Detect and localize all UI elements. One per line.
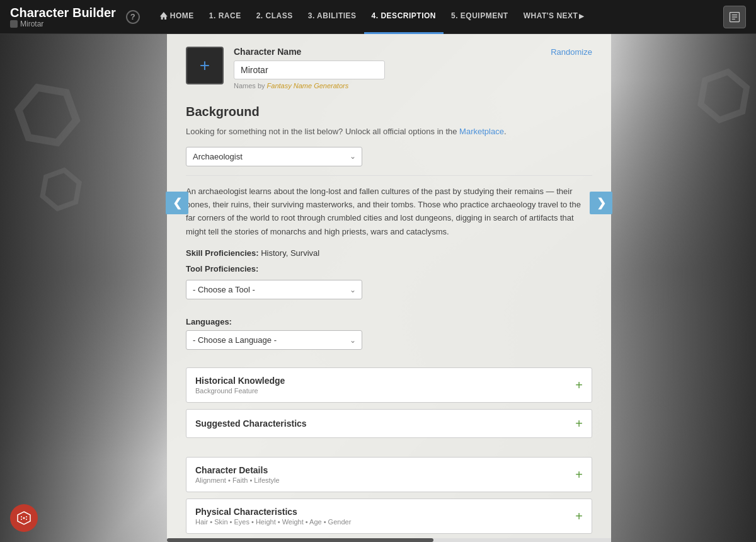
suggested-characteristics-section: Suggested Characteristics + xyxy=(186,409,592,438)
spacer xyxy=(186,444,592,457)
historical-knowledge-expand-icon[interactable]: + xyxy=(575,379,583,391)
historical-knowledge-header[interactable]: Historical Knowledge Background Feature … xyxy=(186,368,592,402)
dice-decoration-left: ⬡ xyxy=(0,63,92,168)
navbar-brand: Character Builder Mirotar xyxy=(10,6,116,28)
character-name-form: Character Name Randomize Names by Fantas… xyxy=(234,47,592,89)
skill-proficiencies-label: Skill Proficiencies: xyxy=(186,248,259,258)
nav-whats-next[interactable]: WHAT'S NEXT ▶ xyxy=(516,0,592,34)
svg-point-5 xyxy=(23,517,25,519)
historical-knowledge-subtitle: Background Feature xyxy=(195,387,285,395)
nav-equipment[interactable]: 5. EQUIPMENT xyxy=(444,0,516,34)
randomize-button[interactable]: Randomize xyxy=(551,47,592,57)
language-select-wrapper: - Choose a Language - Dwarvish Elvish Gi… xyxy=(186,330,362,350)
nav-race[interactable]: 1. RACE xyxy=(202,0,249,34)
prev-nav-arrow[interactable]: ❮ xyxy=(166,192,188,214)
skill-proficiencies-value: History, Survival xyxy=(261,248,319,258)
dice-badge-icon xyxy=(16,510,32,526)
notes-icon-button[interactable] xyxy=(723,6,746,28)
suggested-characteristics-header[interactable]: Suggested Characteristics + xyxy=(186,410,592,437)
character-details-expand-icon[interactable]: + xyxy=(575,468,583,481)
side-left: ⬡ ⬡ xyxy=(0,34,167,542)
character-subtitle: Mirotar xyxy=(10,20,116,28)
scroll-indicator-bar xyxy=(167,538,433,542)
languages-label: Languages: xyxy=(186,317,592,326)
historical-knowledge-section: Historical Knowledge Background Feature … xyxy=(186,367,592,403)
character-details-header[interactable]: Character Details Alignment • Faith • Li… xyxy=(186,458,592,492)
character-details-title: Character Details xyxy=(195,465,280,475)
names-by-attribution: Names by Fantasy Name Generators xyxy=(234,82,592,89)
character-details-subtitle: Alignment • Faith • Lifestyle xyxy=(195,476,280,484)
character-avatar[interactable]: + xyxy=(186,47,224,84)
language-select-section: - Choose a Language - Dwarvish Elvish Gi… xyxy=(186,330,592,359)
tool-select-wrapper: - Choose a Tool - Cartographer's Tools N… xyxy=(186,280,362,299)
language-select[interactable]: - Choose a Language - Dwarvish Elvish Gi… xyxy=(186,330,362,350)
tool-proficiencies-row: Tool Proficiencies: xyxy=(186,264,592,274)
historical-knowledge-title-block: Historical Knowledge Background Feature xyxy=(195,376,285,395)
notes-icon xyxy=(728,11,741,23)
next-nav-arrow[interactable]: ❯ xyxy=(590,192,612,214)
svg-point-8 xyxy=(21,519,22,520)
side-right: ⬡ xyxy=(611,34,756,542)
help-button[interactable]: ? xyxy=(126,10,140,24)
whats-next-arrow: ▶ xyxy=(579,13,585,20)
character-details-section: Character Details Alignment • Faith • Li… xyxy=(186,457,592,492)
nav-abilities[interactable]: 3. ABILITIES xyxy=(301,0,364,34)
nav-links: HOME 1. RACE 2. CLASS 3. ABILITIES 4. DE… xyxy=(152,0,723,34)
marketplace-link[interactable]: Marketplace xyxy=(459,127,504,136)
svg-point-9 xyxy=(26,519,27,520)
historical-knowledge-title: Historical Knowledge xyxy=(195,376,285,386)
avatar-plus-icon: + xyxy=(200,55,210,76)
character-details-title-block: Character Details Alignment • Faith • Li… xyxy=(195,465,280,484)
background-select-wrapper: Archaeologist Acolyte Charlatan Criminal… xyxy=(186,147,362,166)
suggested-characteristics-title-block: Suggested Characteristics xyxy=(195,418,307,429)
nav-class[interactable]: 2. CLASS xyxy=(249,0,301,34)
nav-home[interactable]: HOME xyxy=(152,0,202,34)
svg-point-7 xyxy=(26,516,27,517)
home-icon xyxy=(160,12,168,20)
navbar: Character Builder Mirotar ? HOME 1. RACE… xyxy=(0,0,756,34)
character-icon xyxy=(10,20,18,28)
physical-characteristics-subtitle: Hair • Skin • Eyes • Height • Weight • A… xyxy=(195,518,351,526)
physical-characteristics-header[interactable]: Physical Characteristics Hair • Skin • E… xyxy=(186,499,592,533)
character-name-input[interactable] xyxy=(234,61,385,79)
nav-description[interactable]: 4. DESCRIPTION xyxy=(364,0,444,34)
skill-proficiencies-row: Skill Proficiencies: History, Survival xyxy=(186,248,592,258)
dice-decoration-left-2: ⬡ xyxy=(33,157,86,222)
app-title: Character Builder xyxy=(10,6,116,20)
background-section-title: Background xyxy=(186,105,592,119)
dice-decoration-right: ⬡ xyxy=(689,55,756,137)
main-content: ⬡ ⬡ ❮ + Character Name Randomize Names b… xyxy=(0,34,756,542)
physical-characteristics-title-block: Physical Characteristics Hair • Skin • E… xyxy=(195,507,351,526)
suggested-characteristics-expand-icon[interactable]: + xyxy=(575,417,583,430)
character-name-section: + Character Name Randomize Names by Fant… xyxy=(186,47,592,89)
char-name-header: Character Name Randomize xyxy=(234,47,592,57)
suggested-characteristics-title: Suggested Characteristics xyxy=(195,418,307,429)
background-description: An archaeologist learns about the long-l… xyxy=(186,175,592,239)
physical-characteristics-section: Physical Characteristics Hair • Skin • E… xyxy=(186,499,592,534)
physical-characteristics-expand-icon[interactable]: + xyxy=(575,510,583,522)
center-panel: + Character Name Randomize Names by Fant… xyxy=(167,34,611,542)
tool-select[interactable]: - Choose a Tool - Cartographer's Tools N… xyxy=(186,280,362,299)
tool-proficiencies-label: Tool Proficiencies: xyxy=(186,264,258,274)
dice-badge-button[interactable] xyxy=(10,504,38,532)
tool-select-section: - Choose a Tool - Cartographer's Tools N… xyxy=(186,280,592,308)
scroll-indicator xyxy=(167,538,611,542)
background-select[interactable]: Archaeologist Acolyte Charlatan Criminal… xyxy=(186,147,362,166)
names-by-brand: Fantasy Name Generators xyxy=(267,82,349,89)
character-name-label: Character Name xyxy=(234,47,301,57)
marketplace-text: Looking for something not in the list be… xyxy=(186,125,592,138)
svg-point-6 xyxy=(21,516,22,517)
physical-characteristics-title: Physical Characteristics xyxy=(195,507,351,517)
